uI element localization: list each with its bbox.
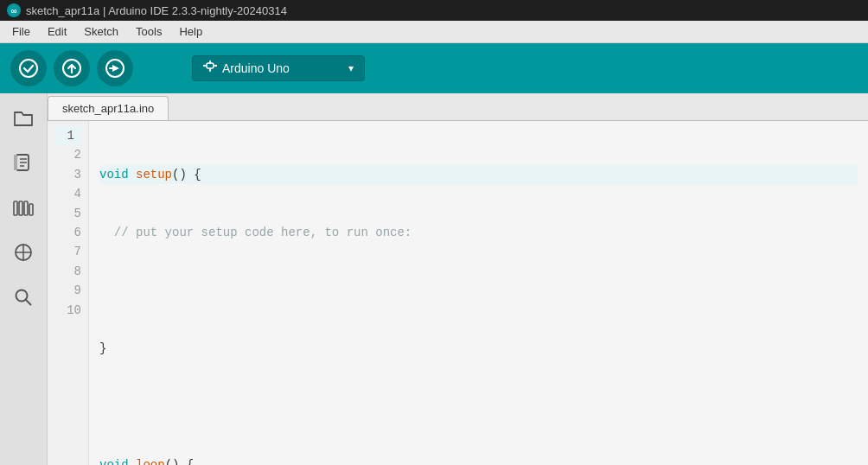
code-line-1: void setup() { — [99, 165, 858, 184]
window-title: sketch_apr11a | Arduino IDE 2.3.3-nightl… — [26, 4, 287, 17]
svg-marker-4 — [112, 65, 119, 72]
line-num-6: 6 — [54, 223, 81, 242]
menu-help[interactable]: Help — [170, 23, 211, 40]
line-numbers: 1 2 3 4 5 6 7 8 9 10 — [48, 121, 89, 465]
title-bar: ∞ sketch_apr11a | Arduino IDE 2.3.3-nigh… — [0, 0, 868, 21]
usb-icon — [203, 60, 217, 77]
svg-rect-17 — [14, 155, 17, 170]
code-editor[interactable]: 1 2 3 4 5 6 7 8 9 10 void setup() { // p… — [48, 121, 868, 465]
menu-bar: File Edit Sketch Tools Help — [0, 21, 868, 43]
code-line-4: } — [99, 339, 858, 358]
svg-rect-21 — [29, 204, 33, 215]
search-icon[interactable] — [8, 282, 39, 313]
svg-line-26 — [26, 300, 31, 305]
svg-point-11 — [203, 65, 205, 67]
line-num-9: 9 — [54, 281, 81, 300]
code-line-2: // put your setup code here, to run once… — [99, 223, 858, 242]
line-num-2: 2 — [54, 145, 81, 164]
code-line-3 — [99, 281, 858, 300]
library-icon[interactable] — [8, 192, 39, 223]
folder-icon[interactable] — [8, 102, 39, 133]
line-num-5: 5 — [54, 204, 81, 223]
svg-rect-8 — [209, 68, 211, 72]
board-label: Arduino Uno — [222, 61, 290, 75]
board-selector[interactable]: Arduino Uno ▾ — [192, 55, 365, 81]
line-num-4: 4 — [54, 184, 81, 203]
line-num-1: 1 — [54, 126, 81, 145]
line-num-3: 3 — [54, 165, 81, 184]
svg-rect-18 — [14, 201, 17, 215]
debug-circle-icon[interactable] — [8, 237, 39, 268]
file-tab[interactable]: sketch_apr11a.ino — [48, 96, 169, 120]
svg-point-12 — [215, 65, 217, 67]
line-num-7: 7 — [54, 242, 81, 261]
debug-button[interactable] — [97, 50, 133, 86]
sidebar — [0, 93, 48, 465]
menu-sketch[interactable]: Sketch — [75, 23, 127, 40]
menu-tools[interactable]: Tools — [127, 23, 170, 40]
book-icon[interactable] — [8, 147, 39, 178]
svg-point-0 — [20, 60, 37, 77]
app-logo: ∞ — [7, 3, 21, 17]
code-line-5 — [99, 397, 858, 416]
main-area: sketch_apr11a.ino 1 2 3 4 5 6 7 8 9 10 v… — [0, 93, 868, 465]
code-line-6: void loop() { — [99, 455, 858, 465]
toolbar: Arduino Uno ▾ — [0, 43, 868, 93]
line-num-8: 8 — [54, 262, 81, 281]
verify-button[interactable] — [10, 50, 47, 86]
menu-file[interactable]: File — [3, 23, 39, 40]
upload-button[interactable] — [54, 50, 90, 86]
line-num-10: 10 — [54, 301, 81, 320]
code-content[interactable]: void setup() { // put your setup code he… — [89, 121, 868, 465]
svg-rect-20 — [24, 201, 28, 215]
editor-area: sketch_apr11a.ino 1 2 3 4 5 6 7 8 9 10 v… — [48, 93, 868, 465]
menu-edit[interactable]: Edit — [39, 23, 75, 40]
dropdown-arrow-icon: ▾ — [348, 62, 354, 74]
svg-rect-19 — [19, 201, 22, 215]
tab-bar: sketch_apr11a.ino — [48, 93, 868, 121]
